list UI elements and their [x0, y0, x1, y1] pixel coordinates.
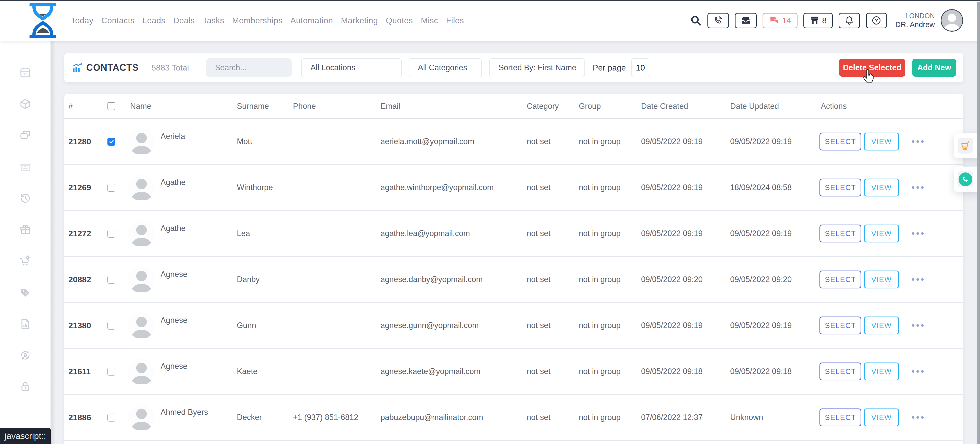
- row-checkbox[interactable]: [107, 367, 115, 375]
- row-id: 21280: [64, 137, 103, 146]
- user-avatar[interactable]: [941, 9, 963, 32]
- history-icon[interactable]: [19, 192, 32, 204]
- nav-leads[interactable]: Leads: [142, 16, 165, 25]
- unbox-icon[interactable]: [19, 161, 32, 173]
- row-more-menu[interactable]: [912, 324, 924, 327]
- contact-email: pabuzebupu@mailinator.com: [380, 413, 527, 422]
- contact-date-created: 09/05/2022 09:19: [641, 229, 730, 238]
- contact-surname: Winthorpe: [237, 183, 293, 192]
- contacts-search: [206, 58, 292, 77]
- row-more-menu[interactable]: [912, 140, 924, 143]
- row-checkbox[interactable]: [107, 184, 115, 192]
- nav-automation[interactable]: Automation: [290, 16, 333, 25]
- nav-files[interactable]: Files: [446, 16, 464, 25]
- price-tag-icon[interactable]: $: [19, 286, 32, 299]
- categories-filter[interactable]: All Categories: [409, 58, 482, 77]
- contact-surname: Decker: [237, 413, 293, 422]
- contact-email: agnese.kaete@yopmail.com: [380, 367, 527, 376]
- user-name: DR. Andrew: [895, 20, 935, 29]
- per-page-input[interactable]: 10: [632, 58, 649, 77]
- row-id: 20882: [64, 275, 103, 284]
- hourglass-logo-icon: [23, 36, 63, 40]
- messages-button[interactable]: 14: [762, 13, 797, 28]
- user-info[interactable]: LONDON DR. Andrew: [895, 12, 935, 29]
- call-icon[interactable]: [958, 171, 974, 187]
- view-button[interactable]: VIEW: [864, 225, 899, 243]
- copy-icon[interactable]: [19, 129, 32, 142]
- window-top-strip: [0, 0, 980, 1]
- search-icon[interactable]: [690, 14, 702, 26]
- phone-icon: [713, 16, 723, 25]
- row-more-menu[interactable]: [912, 416, 924, 419]
- select-button[interactable]: SELECT: [819, 409, 861, 426]
- cart-icon[interactable]: [958, 138, 974, 153]
- contact-avatar: [128, 266, 155, 293]
- cart-settings-icon[interactable]: [19, 255, 32, 267]
- nav-quotes[interactable]: Quotes: [386, 16, 413, 25]
- nav-deals[interactable]: Deals: [173, 16, 195, 25]
- view-button[interactable]: VIEW: [864, 179, 899, 196]
- table-row: 21611 Agnese Kaete agnese.kaete@yopmail.…: [64, 349, 963, 395]
- sort-select[interactable]: Sorted By: First Name: [489, 58, 585, 77]
- view-button[interactable]: VIEW: [864, 270, 899, 288]
- select-button[interactable]: SELECT: [819, 133, 861, 150]
- calls-button[interactable]: [708, 13, 729, 28]
- nav-memberships[interactable]: Memberships: [232, 16, 283, 25]
- select-all-checkbox[interactable]: [107, 102, 115, 110]
- nav-today[interactable]: Today: [71, 16, 94, 25]
- app-logo[interactable]: [23, 2, 63, 39]
- view-button[interactable]: VIEW: [864, 409, 899, 426]
- inbox-button[interactable]: [735, 13, 757, 28]
- select-button[interactable]: SELECT: [819, 225, 861, 243]
- select-button[interactable]: SELECT: [819, 363, 861, 380]
- notifications-button[interactable]: [838, 13, 860, 28]
- user-sync-icon[interactable]: [19, 349, 32, 361]
- user-location: LONDON: [895, 12, 935, 20]
- contact-phone: +1 (937) 851-6812: [293, 413, 380, 422]
- add-new-button[interactable]: Add New: [912, 59, 956, 77]
- report-icon[interactable]: [19, 318, 32, 330]
- row-more-menu[interactable]: [912, 186, 924, 189]
- view-button[interactable]: VIEW: [864, 316, 899, 334]
- row-more-menu[interactable]: [912, 278, 924, 281]
- nav-tasks[interactable]: Tasks: [203, 16, 224, 25]
- lock-icon[interactable]: [19, 381, 32, 393]
- table-row: 21280 Aeriela Mott aeriela.mott@yopmail.…: [64, 119, 963, 165]
- contact-surname: Danby: [237, 275, 293, 284]
- table-body: 21280 Aeriela Mott aeriela.mott@yopmail.…: [64, 119, 963, 441]
- delete-selected-button[interactable]: Delete Selected: [839, 59, 905, 77]
- row-checkbox[interactable]: [107, 230, 115, 238]
- svg-text:?: ?: [875, 18, 878, 23]
- view-button[interactable]: VIEW: [864, 363, 899, 380]
- package-icon[interactable]: [19, 98, 32, 110]
- contact-surname: Kaete: [237, 367, 293, 376]
- row-checkbox[interactable]: [107, 276, 115, 284]
- nav-marketing[interactable]: Marketing: [341, 16, 378, 25]
- row-checkbox[interactable]: [107, 138, 115, 145]
- contact-category: not set: [527, 275, 579, 284]
- messages-count-badge: 14: [782, 16, 791, 25]
- locations-filter[interactable]: All Locations: [301, 58, 402, 77]
- gift-icon[interactable]: [19, 224, 32, 236]
- view-button[interactable]: VIEW: [864, 133, 899, 150]
- help-button[interactable]: ?: [866, 13, 887, 28]
- row-more-menu[interactable]: [912, 232, 924, 235]
- sidebar: 12: [0, 41, 51, 444]
- nav-contacts[interactable]: Contacts: [101, 16, 135, 25]
- search-input[interactable]: [206, 63, 317, 73]
- page-scrollbar[interactable]: [977, 0, 980, 444]
- contact-category: not set: [527, 137, 579, 146]
- store-button[interactable]: 8: [803, 13, 833, 28]
- scrollbar-thumb[interactable]: [977, 2, 980, 444]
- col-header-category: Category: [527, 102, 579, 111]
- main-nav: Today Contacts Leads Deals Tasks Members…: [71, 0, 464, 41]
- select-button[interactable]: SELECT: [819, 316, 861, 334]
- select-button[interactable]: SELECT: [819, 179, 861, 196]
- nav-misc[interactable]: Misc: [421, 16, 438, 25]
- calendar-icon[interactable]: 12: [19, 66, 32, 79]
- row-checkbox[interactable]: [107, 322, 115, 329]
- row-more-menu[interactable]: [912, 370, 924, 373]
- row-checkbox[interactable]: [107, 414, 115, 422]
- select-button[interactable]: SELECT: [819, 270, 861, 288]
- contact-group: not in group: [579, 321, 641, 330]
